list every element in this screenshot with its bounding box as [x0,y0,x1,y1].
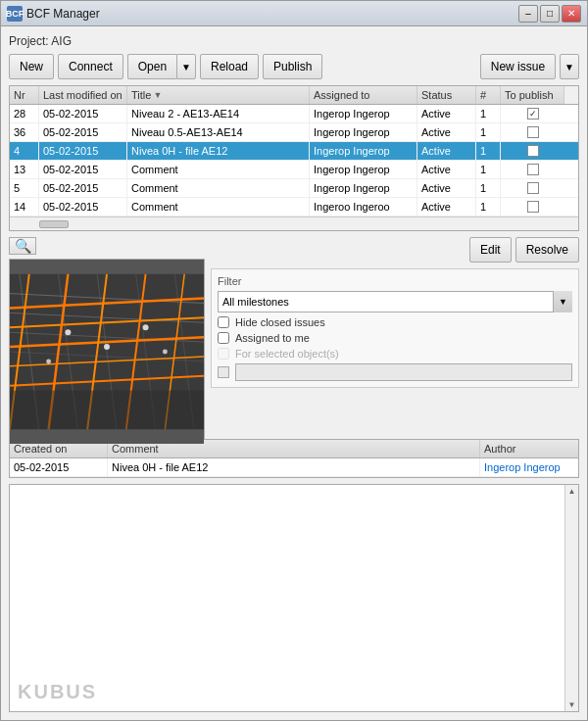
cell-nr: 36 [10,123,39,141]
minimize-button[interactable]: – [518,5,538,23]
open-button[interactable]: Open [127,54,176,79]
new-button[interactable]: New [9,54,54,79]
publish-checkbox[interactable] [527,164,539,175]
cell-publish [501,123,564,141]
col-modified: Last modified on [39,86,127,104]
hide-closed-checkbox[interactable] [218,316,229,328]
table-body: 28 05-02-2015 Niveau 2 - AE13-AE14 Inger… [10,105,578,216]
image-content [10,260,204,444]
app-icon: BCF [7,6,23,22]
col-count: # [476,86,501,104]
cell-status: Active [417,142,476,160]
middle-section: 🔍 [9,237,579,433]
project-label: Project: AIG [9,34,579,48]
table-row[interactable]: 28 05-02-2015 Niveau 2 - AE13-AE14 Inger… [10,105,578,123]
cell-status: Active [417,198,476,216]
bottom-area: KUBUS ▲ ▼ [9,484,579,712]
milestone-select[interactable]: All milestones Milestone 1 Milestone 2 [218,291,572,312]
cell-title: Niveau 2 - AE13-AE14 [127,105,310,122]
cell-title: Niveau 0.5-AE13-AE14 [127,123,310,141]
table-row[interactable]: 4 05-02-2015 Nivea 0H - file AE12 Ingero… [10,142,578,161]
window-title: BCF Manager [26,7,100,21]
table-row[interactable]: 13 05-02-2015 Comment Ingerop Ingerop Ac… [10,161,578,179]
cell-title: Nivea 0H - file AE12 [127,142,310,160]
col-to-publish: To publish [501,86,564,104]
title-bar-left: BCF BCF Manager [7,6,100,22]
issues-table: Nr Last modified on Title ▼ Assigned to … [9,85,579,231]
publish-checkbox[interactable] [527,108,539,120]
connect-button[interactable]: Connect [58,54,123,79]
publish-checkbox[interactable] [527,145,539,157]
col-assigned: Assigned to [310,86,417,104]
title-bar-controls: – □ ✕ [518,5,581,23]
cell-status: Active [417,123,476,141]
cell-publish [501,198,564,216]
for-selected-checkbox[interactable] [218,348,229,360]
image-area: 🔍 [9,237,205,433]
cell-count: 1 [476,161,501,178]
new-issue-dropdown[interactable]: ▼ [560,54,579,79]
table-row[interactable]: 5 05-02-2015 Comment Ingerop Ingerop Act… [10,179,578,198]
filter-title: Filter [218,275,572,287]
content-area: Project: AIG New Connect Open ▼ Reload P… [1,26,587,720]
publish-checkbox[interactable] [527,182,539,194]
resolve-button[interactable]: Resolve [515,237,579,263]
cell-assigned: Ingerop Ingerop [310,179,417,197]
cell-modified: 05-02-2015 [39,105,127,122]
table-row[interactable]: 36 05-02-2015 Niveau 0.5-AE13-AE14 Inger… [10,123,578,142]
cell-count: 1 [476,142,501,160]
cell-publish [501,161,564,178]
cell-publish [501,142,564,160]
cell-nr: 14 [10,198,39,216]
cell-assigned: Ingerop Ingerop [310,123,417,141]
filter-box: Filter All milestones Milestone 1 Milest… [211,268,579,388]
for-selected-label: For selected object(s) [235,348,339,360]
scrollbar-placeholder [564,86,578,104]
cell-status: Active [417,179,476,197]
cell-title: Comment [127,179,310,197]
cell-comment-text: Nivea 0H - file AE12 [108,458,480,476]
cell-publish [501,179,564,197]
comment-body: 05-02-2015 Nivea 0H - file AE12 Ingerop … [10,458,578,477]
close-button[interactable]: ✕ [562,5,581,23]
sort-icon: ▼ [153,90,162,100]
cell-modified: 05-02-2015 [39,198,127,216]
cell-count: 1 [476,198,501,216]
extra-input[interactable] [235,363,572,381]
assigned-to-me-option: Assigned to me [218,332,572,344]
publish-checkbox[interactable] [527,201,539,213]
cell-assigned: Ingerop Ingerop [310,105,417,122]
magnifier-button[interactable]: 🔍 [9,237,36,255]
cell-publish [501,105,564,122]
col-title: Title ▼ [127,86,310,104]
cell-nr: 5 [10,179,39,197]
open-dropdown[interactable]: ▼ [176,54,196,79]
publish-button[interactable]: Publish [263,54,322,79]
main-window: BCF BCF Manager – □ ✕ Project: AIG New C… [0,0,588,721]
scroll-thumb[interactable] [39,220,69,228]
right-panel: Edit Resolve Filter All milestones Miles… [211,237,579,433]
title-bar: BCF BCF Manager – □ ✕ [1,1,587,26]
hide-closed-label: Hide closed issues [235,316,325,328]
svg-point-22 [143,324,149,330]
extra-checkbox[interactable] [218,366,229,378]
edit-button[interactable]: Edit [469,237,512,263]
publish-checkbox[interactable] [527,126,539,138]
assigned-to-me-label: Assigned to me [235,332,310,344]
new-issue-button[interactable]: New issue [480,54,556,79]
scroll-down-arrow[interactable]: ▼ [566,698,578,711]
comment-row[interactable]: 05-02-2015 Nivea 0H - file AE12 Ingerop … [10,458,578,477]
cell-modified: 05-02-2015 [39,161,127,178]
reload-button[interactable]: Reload [200,54,259,79]
cell-title: Comment [127,198,310,216]
cell-created: 05-02-2015 [10,458,108,476]
table-row[interactable]: 14 05-02-2015 Comment Ingeroo Ingeroo Ac… [10,198,578,216]
cell-assigned: Ingerop Ingerop [310,142,417,160]
for-selected-option: For selected object(s) [218,348,572,360]
cell-nr: 13 [10,161,39,178]
horizontal-scrollbar[interactable] [10,216,578,230]
assigned-to-me-checkbox[interactable] [218,332,229,344]
cell-nr: 4 [10,142,39,160]
maximize-button[interactable]: □ [540,5,560,23]
scroll-up-arrow[interactable]: ▲ [566,485,578,498]
